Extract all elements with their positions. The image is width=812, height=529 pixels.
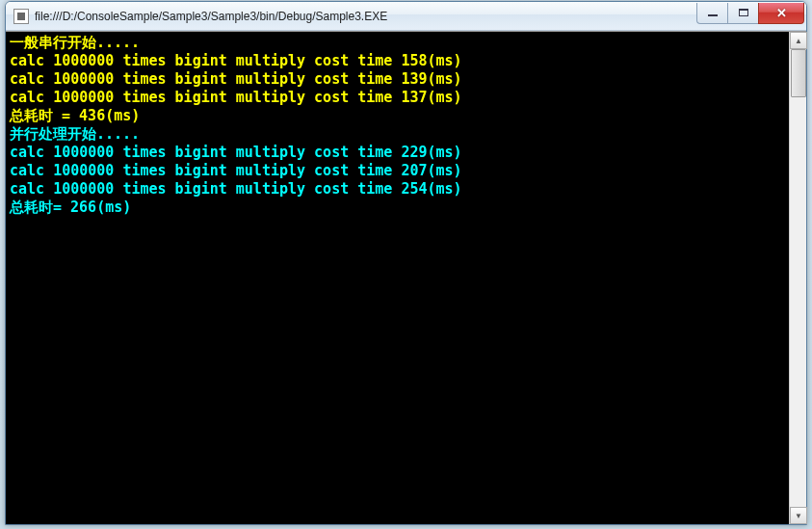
serial-total: 总耗时 = 436(ms) [10,107,140,124]
serial-line: calc 1000000 times bigint multiply cost … [10,70,462,88]
serial-line: calc 1000000 times bigint multiply cost … [10,52,462,69]
window-controls: ✕ [696,3,804,24]
scroll-thumb[interactable] [791,49,806,97]
app-icon [13,9,29,24]
parallel-line: calc 1000000 times bigint multiply cost … [10,180,462,198]
close-icon: ✕ [776,6,787,20]
parallel-header: 并行处理开始..... [10,125,140,143]
parallel-line: calc 1000000 times bigint multiply cost … [10,144,462,161]
maximize-icon [739,9,748,16]
titlebar[interactable]: file:///D:/ConsoleSample/Sample3/Sample3… [6,2,806,31]
scroll-up-button[interactable]: ▲ [790,32,807,49]
close-button[interactable]: ✕ [758,3,804,24]
serial-line: calc 1000000 times bigint multiply cost … [10,89,462,106]
serial-header: 一般串行开始..... [10,34,140,51]
vertical-scrollbar[interactable]: ▲ ▼ [789,32,806,524]
minimize-button[interactable] [696,3,727,24]
parallel-total: 总耗时= 266(ms) [10,198,131,216]
client-area: 一般串行开始..... calc 1000000 times bigint mu… [6,31,806,524]
window-title: file:///D:/ConsoleSample/Sample3/Sample3… [35,10,696,23]
maximize-button[interactable] [727,3,758,24]
console-output: 一般串行开始..... calc 1000000 times bigint mu… [6,32,789,524]
application-window: file:///D:/ConsoleSample/Sample3/Sample3… [5,1,807,525]
parallel-line: calc 1000000 times bigint multiply cost … [10,162,462,179]
minimize-icon [708,14,718,16]
scroll-down-button[interactable]: ▼ [790,507,807,524]
